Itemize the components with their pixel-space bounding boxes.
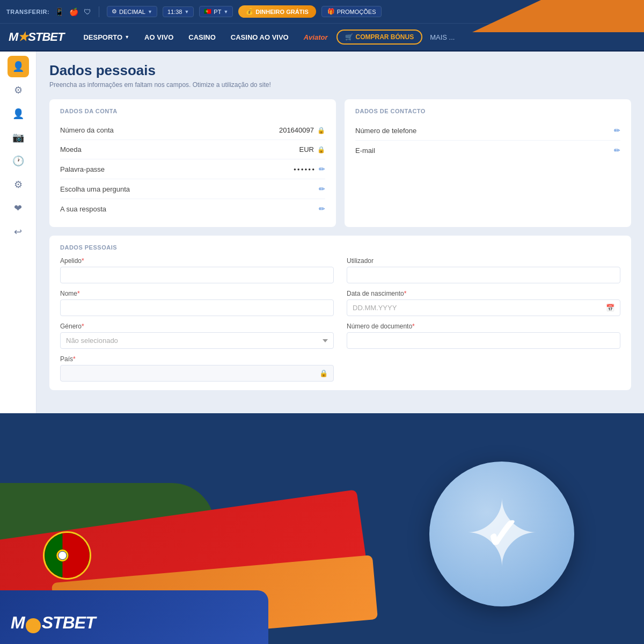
password-dots: ●●●●●● xyxy=(294,167,316,172)
promocoes-button[interactable]: 🎁 PROMOÇÕES xyxy=(321,6,382,17)
pergunta-row: Escolha uma pergunta ✏ xyxy=(60,179,325,199)
moeda-row: Moeda EUR 🔒 xyxy=(60,140,325,159)
utilizador-label: Utilizador xyxy=(347,257,620,265)
email-edit-icon[interactable]: ✏ xyxy=(614,146,620,155)
sidebar: 👤 ⚙ 👤 📷 🕐 ⚙ ❤ ↩ xyxy=(0,52,36,413)
lock-icon: 🔒 xyxy=(317,127,325,134)
pergunta-label: Escolha uma pergunta xyxy=(60,185,130,193)
nav-casino-ao-vivo[interactable]: CASINO AO VIVO xyxy=(224,30,295,45)
sidebar-item-photo[interactable]: 📷 xyxy=(8,127,29,148)
svg-point-3 xyxy=(58,551,67,559)
page-title: Dados pessoais xyxy=(49,62,631,79)
page-subtitle: Preencha as informações em faltam nos ca… xyxy=(49,81,631,89)
password-label: Palavra-passe xyxy=(60,165,105,173)
transferir-label: TRANSFERIR: xyxy=(6,9,49,15)
password-value: ●●●●●● ✏ xyxy=(294,165,325,173)
moeda-value: EUR 🔒 xyxy=(299,145,325,153)
telefone-row: Número de telefone ✏ xyxy=(355,121,620,141)
verification-badge: ✓ xyxy=(429,462,580,612)
numero-conta-row: Número da conta 201640097 🔒 xyxy=(60,121,325,140)
sidebar-item-profile[interactable]: 👤 xyxy=(8,56,29,77)
apelido-input[interactable] xyxy=(60,267,334,283)
moeda-label: Moeda xyxy=(60,145,82,153)
contacto-card: DADOS DE CONTACTO Número de telefone ✏ E… xyxy=(345,99,631,227)
apelido-label: Apelido* xyxy=(60,257,334,265)
genero-select[interactable]: Não selecionado Masculino Feminino xyxy=(60,332,334,349)
moeda-lock-icon: 🔒 xyxy=(317,146,325,153)
pergunta-edit-icon[interactable]: ✏ xyxy=(319,185,325,193)
utilizador-group: Utilizador xyxy=(347,257,620,283)
documento-group: Número de documento* xyxy=(347,323,620,349)
bottom-logo: M★STBET xyxy=(11,613,96,633)
pais-label: País* xyxy=(60,355,334,363)
email-label: E-mail xyxy=(355,147,375,155)
personal-card: DADOS PESSOAIS Apelido* Utilizador xyxy=(49,236,631,390)
time-button[interactable]: 11:38 ▼ xyxy=(163,6,194,17)
pais-input: 🔒 xyxy=(60,365,334,382)
sidebar-item-settings[interactable]: ⚙ xyxy=(8,79,29,101)
logo: M★STBET xyxy=(9,30,64,44)
nome-input[interactable] xyxy=(60,299,334,316)
nome-group: Nome* xyxy=(60,290,334,316)
sidebar-item-history[interactable]: 🕐 xyxy=(8,150,29,172)
language-button[interactable]: 🇵🇹 PT ▼ xyxy=(199,6,233,17)
mobile-icon[interactable]: 📱 xyxy=(55,8,64,16)
page-content: Dados pessoais Preencha as informações e… xyxy=(36,52,644,413)
email-row: E-mail ✏ xyxy=(355,141,620,160)
documento-input[interactable] xyxy=(347,332,620,349)
personal-card-title: DADOS PESSOAIS xyxy=(60,244,620,251)
nascimento-group: Data de nascimento* DD.MM.YYYY 📅 xyxy=(347,290,620,316)
contacto-card-title: DADOS DE CONTACTO xyxy=(355,108,620,114)
sidebar-item-config[interactable]: ⚙ xyxy=(8,174,29,195)
telefone-edit-icon[interactable]: ✏ xyxy=(614,126,620,135)
apelido-group: Apelido* xyxy=(60,257,334,283)
nav-casino[interactable]: CASINO xyxy=(182,30,222,45)
numero-conta-label: Número da conta xyxy=(60,126,114,134)
sidebar-item-back[interactable]: ↩ xyxy=(8,221,29,243)
nascimento-label: Data de nascimento* xyxy=(347,290,620,297)
genero-label: Género* xyxy=(60,323,334,330)
password-edit-icon[interactable]: ✏ xyxy=(319,165,325,173)
password-row: Palavra-passe ●●●●●● ✏ xyxy=(60,159,325,179)
utilizador-input[interactable] xyxy=(347,267,620,283)
nascimento-input[interactable]: DD.MM.YYYY 📅 xyxy=(347,299,620,316)
decimal-button[interactable]: ⚙ DECIMAL ▼ xyxy=(107,6,157,17)
nav-mais[interactable]: MAIS ... xyxy=(425,30,460,45)
shield-icon[interactable]: 🛡 xyxy=(84,8,91,16)
dinheiro-button[interactable]: 💰 DINHEIRO GRÁTIS xyxy=(238,5,316,18)
telefone-label: Número de telefone xyxy=(355,127,416,135)
genero-group: Género* Não selecionado Masculino Femini… xyxy=(60,323,334,349)
portugal-flag xyxy=(43,531,91,580)
bottom-decoration: ✓ M★STBET xyxy=(0,413,644,644)
nome-label: Nome* xyxy=(60,290,334,297)
numero-conta-value: 201640097 🔒 xyxy=(279,126,325,134)
pais-group: País* 🔒 xyxy=(60,355,334,382)
conta-card-title: DADOS DA CONTA xyxy=(60,108,325,114)
sidebar-item-favorites[interactable]: ❤ xyxy=(8,197,29,219)
apple-icon[interactable]: 🍎 xyxy=(69,8,78,16)
nav-aviator[interactable]: Aviator xyxy=(297,30,334,45)
documento-label: Número de documento* xyxy=(347,323,620,330)
sidebar-item-user[interactable]: 👤 xyxy=(8,103,29,125)
nav-ao-vivo[interactable]: AO VIVO xyxy=(138,30,180,45)
resposta-row: A sua resposta ✏ xyxy=(60,199,325,218)
resposta-label: A sua resposta xyxy=(60,205,106,213)
conta-card: DADOS DA CONTA Número da conta 201640097… xyxy=(49,99,336,227)
resposta-edit-icon[interactable]: ✏ xyxy=(319,204,325,213)
comprar-bonus-button[interactable]: 🛒 COMPRAR BÓNUS xyxy=(336,30,423,45)
nav-desporto[interactable]: DESPORTO ▼ xyxy=(77,30,136,45)
